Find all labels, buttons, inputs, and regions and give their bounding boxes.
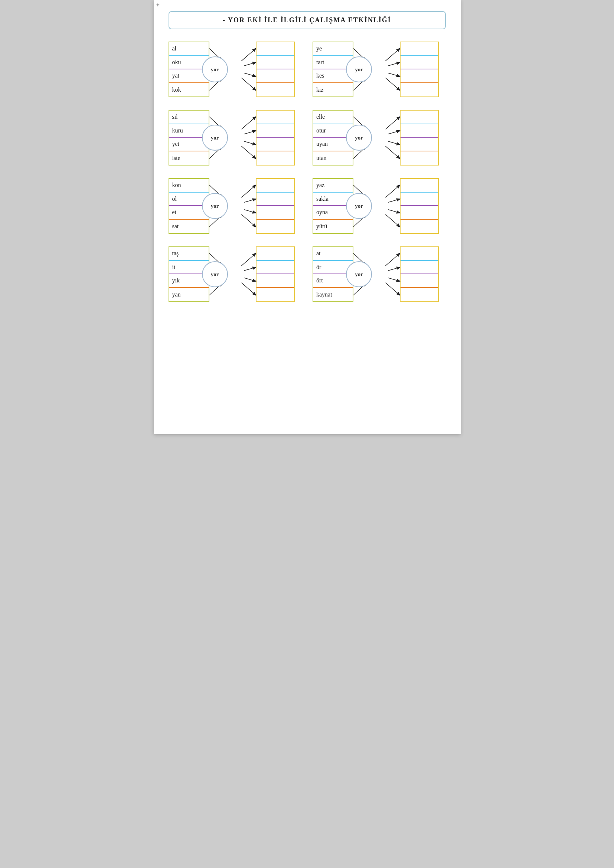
corner-star: ✦ xyxy=(155,2,160,8)
answer-row-ex6-3 xyxy=(400,220,438,233)
svg-line-44 xyxy=(385,185,400,197)
exercise-ex2: yetartkeskızyor xyxy=(313,40,446,99)
word-ex3-0: sil xyxy=(169,111,209,124)
svg-line-13 xyxy=(388,62,400,66)
exercise-ex3: silkuruyetisteyor xyxy=(169,108,302,167)
circle-ex1: yor xyxy=(202,56,228,82)
svg-line-12 xyxy=(385,49,400,61)
svg-line-15 xyxy=(385,78,400,90)
answer-row-ex5-3 xyxy=(256,220,294,233)
circle-ex8: yor xyxy=(346,261,372,287)
answer-row-ex4-1 xyxy=(400,124,438,138)
circle-ex5: yor xyxy=(202,193,228,219)
answer-row-ex7-0 xyxy=(256,247,294,261)
title-text: - YOR EKİ İLE İLGİLİ ÇALIŞMA ETKİNLİĞİ xyxy=(223,16,391,24)
exercise-wrapper-ex3: silkuruyetisteyor xyxy=(169,108,295,167)
answer-row-ex4-2 xyxy=(400,138,438,151)
svg-line-47 xyxy=(385,214,400,227)
exercise-wrapper-ex2: yetartkeskızyor xyxy=(313,40,439,99)
answer-row-ex3-1 xyxy=(256,124,294,138)
answer-row-ex5-0 xyxy=(256,179,294,192)
answer-row-ex5-2 xyxy=(256,206,294,220)
word-ex6-0: yaz xyxy=(313,179,353,192)
exercise-wrapper-ex6: yazsaklaoynayürüyor xyxy=(313,176,439,236)
answer-row-ex3-0 xyxy=(256,111,294,124)
answer-row-ex8-1 xyxy=(400,261,438,274)
word-ex1-3: kok xyxy=(169,83,209,97)
word-ex3-3: iste xyxy=(169,151,209,165)
page-title: - YOR EKİ İLE İLGİLİ ÇALIŞMA ETKİNLİĞİ xyxy=(169,11,446,29)
answer-row-ex7-1 xyxy=(256,261,294,274)
word-ex4-3: utan xyxy=(313,151,353,165)
answer-row-ex1-0 xyxy=(256,42,294,56)
svg-line-53 xyxy=(244,267,256,271)
svg-line-7 xyxy=(241,78,256,90)
svg-line-62 xyxy=(388,278,400,281)
exercise-wrapper-ex7: taşityıkyanyor xyxy=(169,245,295,304)
exercise-ex7: taşityıkyanyor xyxy=(169,245,302,304)
word-ex8-3: kaynat xyxy=(313,288,353,302)
answer-box-ex8 xyxy=(400,246,439,302)
answer-row-ex6-1 xyxy=(400,192,438,206)
answer-row-ex7-3 xyxy=(256,288,294,302)
exercise-ex1: alokuyatkokyor xyxy=(169,40,302,99)
answer-row-ex2-0 xyxy=(400,42,438,56)
answer-box-ex5 xyxy=(256,178,295,234)
exercise-ex5: konoletsatyor xyxy=(169,176,302,236)
svg-line-30 xyxy=(388,141,400,145)
answer-row-ex6-2 xyxy=(400,206,438,220)
circle-ex3: yor xyxy=(202,125,228,151)
svg-line-46 xyxy=(388,210,400,213)
exercise-ex6: yazsaklaoynayürüyor xyxy=(313,176,446,236)
svg-line-63 xyxy=(385,283,400,295)
word-ex7-0: taş xyxy=(169,247,209,261)
circle-ex6: yor xyxy=(346,193,372,219)
svg-line-20 xyxy=(241,117,256,129)
answer-row-ex1-3 xyxy=(256,83,294,97)
svg-line-5 xyxy=(244,62,256,66)
exercise-wrapper-ex8: atörörtkaynatyor xyxy=(313,245,439,304)
svg-line-21 xyxy=(244,131,256,134)
word-ex2-3: kız xyxy=(313,83,353,97)
answer-row-ex4-3 xyxy=(400,151,438,165)
answer-row-ex5-1 xyxy=(256,192,294,206)
answer-row-ex1-1 xyxy=(256,56,294,70)
svg-line-55 xyxy=(241,283,256,295)
word-ex5-3: sat xyxy=(169,220,209,233)
exercise-wrapper-ex1: alokuyatkokyor xyxy=(169,40,295,99)
word-ex7-3: yan xyxy=(169,288,209,302)
answer-box-ex7 xyxy=(256,246,295,302)
answer-box-ex2 xyxy=(400,42,439,97)
circle-ex4: yor xyxy=(346,125,372,151)
answer-box-ex4 xyxy=(400,110,439,166)
svg-line-60 xyxy=(385,253,400,266)
answer-box-ex3 xyxy=(256,110,295,166)
page: ✦ - YOR EKİ İLE İLGİLİ ÇALIŞMA ETKİNLİĞİ… xyxy=(154,0,460,434)
svg-line-54 xyxy=(244,278,256,281)
svg-line-23 xyxy=(241,146,256,158)
word-ex4-0: elle xyxy=(313,111,353,124)
answer-row-ex2-2 xyxy=(400,70,438,83)
circle-ex7: yor xyxy=(202,261,228,287)
word-ex2-0: ye xyxy=(313,42,353,56)
circle-ex2: yor xyxy=(346,56,372,82)
answer-row-ex3-3 xyxy=(256,151,294,165)
svg-line-45 xyxy=(388,199,400,202)
svg-line-6 xyxy=(244,73,256,76)
word-ex8-0: at xyxy=(313,247,353,261)
exercise-wrapper-ex4: elleoturuyanutanyor xyxy=(313,108,439,167)
answer-box-ex1 xyxy=(256,42,295,97)
answer-row-ex7-2 xyxy=(256,274,294,288)
answer-row-ex6-0 xyxy=(400,179,438,192)
svg-line-52 xyxy=(241,253,256,266)
answer-row-ex8-2 xyxy=(400,274,438,288)
answer-row-ex2-3 xyxy=(400,83,438,97)
word-ex5-0: kon xyxy=(169,179,209,192)
svg-line-14 xyxy=(388,73,400,76)
svg-line-4 xyxy=(241,49,256,61)
svg-line-37 xyxy=(244,199,256,202)
svg-line-28 xyxy=(385,117,400,129)
answer-box-ex6 xyxy=(400,178,439,234)
exercises-grid: alokuyatkokyoryetartkeskızyorsilkuruyeti… xyxy=(169,40,446,304)
answer-row-ex3-2 xyxy=(256,138,294,151)
